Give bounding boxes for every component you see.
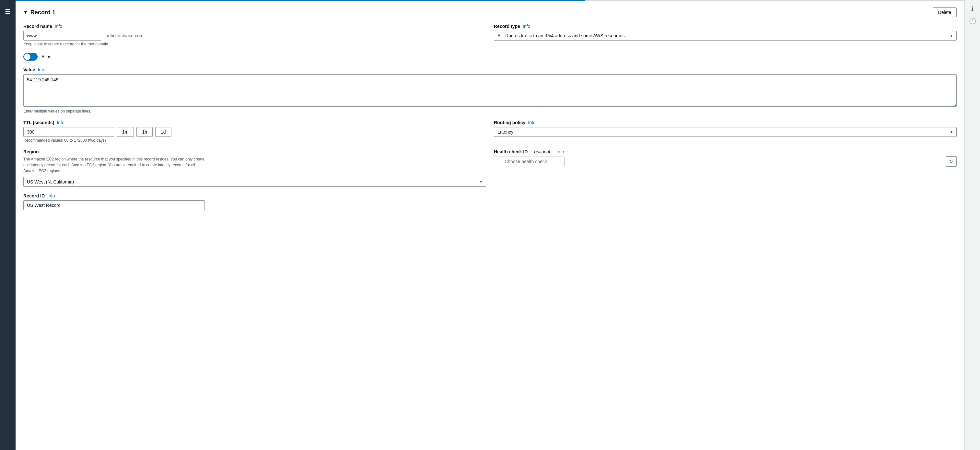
record-name-input[interactable] — [23, 31, 101, 40]
record-name-hint: Keep blank to create a record for the ro… — [23, 42, 486, 46]
right-panel: ℹ 🕐 — [964, 0, 980, 450]
delete-button[interactable]: Delete — [933, 8, 957, 17]
refresh-icon: ↻ — [949, 159, 953, 164]
sidebar-toggle[interactable]: ☰ — [0, 0, 16, 450]
record-title-text: Record 1 — [30, 9, 56, 16]
record-name-group: Record name Info .anhdevchiase.com Keep … — [23, 24, 486, 46]
record-name-label: Record name Info — [23, 24, 486, 29]
health-check-wrapper: 🔍 — [494, 156, 943, 166]
routing-policy-select-wrapper: SimpleFailoverGeolocationGeoproximityLat… — [494, 127, 957, 137]
record-id-label: Record ID Info — [23, 193, 205, 198]
routing-policy-group: Routing policy Info SimpleFailoverGeoloc… — [494, 120, 957, 143]
routing-policy-label: Routing policy Info — [494, 120, 957, 125]
record-name-row: .anhdevchiase.com — [23, 31, 486, 40]
top-progress-bar — [16, 0, 964, 1]
health-check-info-link[interactable]: Info — [557, 149, 564, 154]
ttl-group: TTL (seconds) Info 1m 1h 1d Recommended … — [23, 120, 486, 143]
alias-label: Alias — [41, 54, 51, 59]
info-panel-icon[interactable]: ℹ — [971, 5, 974, 12]
record-type-label: Record type Info — [494, 24, 957, 29]
ttl-1d-button[interactable]: 1d — [155, 127, 172, 137]
domain-suffix: .anhdevchiase.com — [101, 31, 147, 40]
region-label: Region — [23, 149, 486, 154]
alias-row: Alias — [23, 53, 957, 61]
value-label: Value Info — [23, 67, 957, 72]
routing-policy-info-link[interactable]: Info — [528, 120, 535, 125]
health-check-group: Health check ID optional Info 🔍 ↻ — [494, 149, 957, 187]
record-title: ▼ Record 1 — [23, 9, 56, 16]
health-check-label: Health check ID optional Info — [494, 149, 957, 154]
record-id-info-link[interactable]: Info — [47, 193, 55, 198]
value-textarea[interactable]: 54.219.245.145 — [23, 74, 957, 107]
ttl-input[interactable] — [23, 127, 114, 137]
record-id-input[interactable] — [23, 200, 205, 210]
ttl-1h-button[interactable]: 1h — [137, 127, 153, 137]
alias-toggle[interactable] — [23, 53, 38, 61]
clock-panel-icon[interactable]: 🕐 — [969, 18, 976, 25]
record-type-group: Record type Info A – Routes traffic to a… — [494, 24, 957, 46]
content-area: ▼ Record 1 Delete Record name Info .anhd… — [16, 1, 964, 450]
ttl-label: TTL (seconds) Info — [23, 120, 486, 125]
collapse-arrow-icon[interactable]: ▼ — [23, 10, 28, 15]
record-section: ▼ Record 1 Delete Record name Info .anhd… — [23, 8, 957, 210]
form-row-ttl-routing: TTL (seconds) Info 1m 1h 1d Recommended … — [23, 120, 957, 143]
record-header: ▼ Record 1 Delete — [23, 8, 957, 17]
form-row-region-health: Region The Amazon EC2 region where the r… — [23, 149, 957, 187]
health-check-row: 🔍 ↻ — [494, 156, 957, 167]
health-check-input[interactable] — [494, 156, 565, 166]
record-type-info-link[interactable]: Info — [523, 24, 530, 29]
value-info-link[interactable]: Info — [38, 67, 45, 72]
region-group: Region The Amazon EC2 region where the r… — [23, 149, 486, 187]
ttl-info-link[interactable]: Info — [57, 120, 64, 125]
record-type-select-wrapper: A – Routes traffic to an IPv4 address an… — [494, 31, 957, 40]
health-check-optional: optional — [534, 149, 550, 154]
record-name-info-link[interactable]: Info — [55, 24, 62, 29]
record-id-group: Record ID Info — [23, 193, 205, 210]
toggle-knob — [24, 54, 30, 60]
ttl-1m-button[interactable]: 1m — [117, 127, 134, 137]
hamburger-icon[interactable]: ☰ — [2, 5, 13, 18]
region-select[interactable]: US West (N. California)US East (N. Virgi… — [23, 177, 486, 187]
value-hint: Enter multiple values on separate lines. — [23, 109, 957, 113]
value-group: Value Info 54.219.245.145 Enter multiple… — [23, 67, 957, 113]
region-select-wrapper: US West (N. California)US East (N. Virgi… — [23, 177, 486, 187]
ttl-row: 1m 1h 1d — [23, 127, 486, 137]
main-content: ▼ Record 1 Delete Record name Info .anhd… — [16, 0, 964, 450]
refresh-button[interactable]: ↻ — [946, 156, 957, 167]
form-row-name-type: Record name Info .anhdevchiase.com Keep … — [23, 24, 957, 46]
region-description: The Amazon EC2 region where the resource… — [23, 156, 205, 174]
record-type-select[interactable]: A – Routes traffic to an IPv4 address an… — [494, 31, 957, 40]
routing-policy-select[interactable]: SimpleFailoverGeolocationGeoproximityLat… — [494, 127, 957, 137]
ttl-hint: Recommended values: 60 to 172800 (two da… — [23, 138, 486, 143]
